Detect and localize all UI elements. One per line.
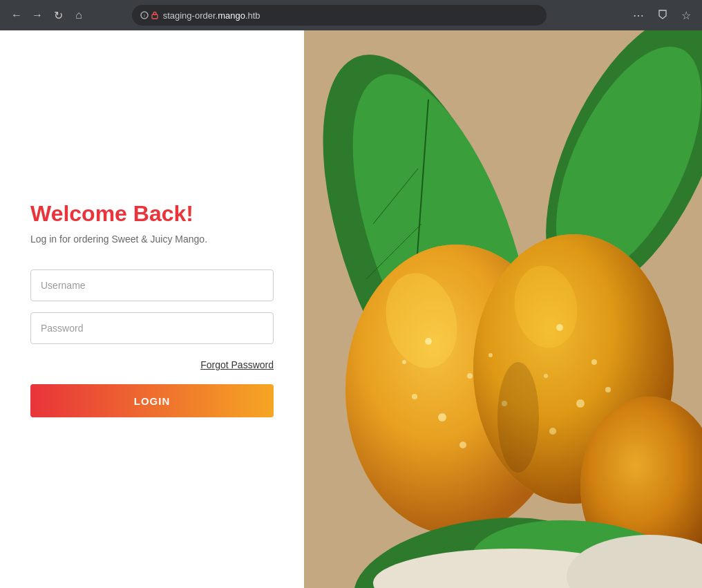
svg-point-19 bbox=[425, 338, 432, 345]
right-panel bbox=[304, 30, 702, 588]
browser-chrome: ← → ↻ ⌂ i staging-order.mango.htb ⋯ ☆ bbox=[0, 0, 702, 30]
svg-point-23 bbox=[412, 394, 417, 399]
svg-point-30 bbox=[544, 374, 548, 378]
bookmark-button[interactable]: ☆ bbox=[679, 6, 694, 25]
forward-button[interactable]: → bbox=[29, 7, 46, 23]
svg-text:i: i bbox=[144, 13, 145, 18]
svg-point-25 bbox=[402, 360, 406, 364]
svg-point-27 bbox=[556, 324, 563, 331]
url-text: staging-order.mango.htb bbox=[163, 10, 260, 21]
page-container: Welcome Back! Log in for ordering Sweet … bbox=[0, 30, 702, 588]
back-button[interactable]: ← bbox=[8, 7, 25, 23]
password-input[interactable] bbox=[30, 312, 274, 344]
username-field-group bbox=[30, 269, 274, 301]
svg-point-24 bbox=[459, 442, 466, 448]
svg-point-28 bbox=[591, 359, 597, 365]
svg-point-32 bbox=[549, 428, 556, 435]
svg-point-29 bbox=[576, 399, 585, 408]
welcome-subtitle: Log in for ordering Sweet & Juicy Mango. bbox=[30, 234, 274, 245]
password-field-group bbox=[30, 312, 274, 344]
username-input[interactable] bbox=[30, 269, 274, 301]
svg-point-20 bbox=[467, 373, 473, 379]
browser-actions: ⋯ ☆ bbox=[630, 5, 694, 26]
home-button[interactable]: ⌂ bbox=[70, 7, 87, 23]
svg-point-31 bbox=[605, 387, 611, 392]
address-bar[interactable]: i staging-order.mango.htb bbox=[132, 5, 547, 26]
svg-point-37 bbox=[497, 362, 539, 473]
svg-rect-2 bbox=[152, 15, 158, 19]
svg-point-21 bbox=[438, 413, 446, 421]
svg-point-22 bbox=[488, 353, 493, 357]
pocket-button[interactable] bbox=[654, 5, 672, 26]
reload-button[interactable]: ↻ bbox=[50, 7, 66, 23]
more-button[interactable]: ⋯ bbox=[630, 6, 647, 25]
security-icons: i bbox=[140, 11, 159, 19]
nav-buttons: ← → ↻ ⌂ bbox=[8, 7, 87, 23]
left-panel: Welcome Back! Log in for ordering Sweet … bbox=[0, 30, 304, 588]
welcome-title: Welcome Back! bbox=[30, 201, 274, 227]
forgot-password-link[interactable]: Forgot Password bbox=[30, 359, 274, 370]
login-button[interactable]: LOGIN bbox=[30, 384, 274, 417]
